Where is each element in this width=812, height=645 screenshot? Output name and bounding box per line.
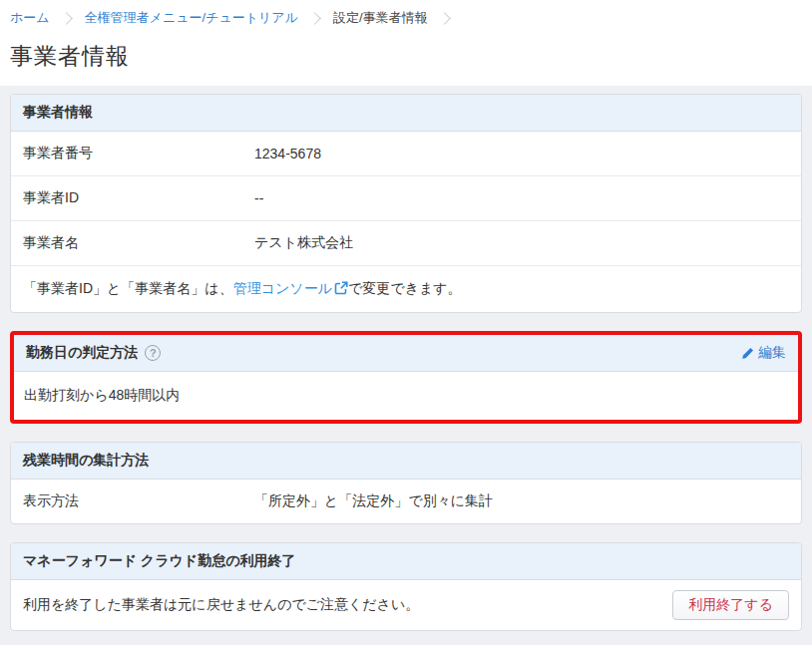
card-header-label: 事業者情報 <box>23 104 93 122</box>
chevron-right-icon <box>60 12 73 25</box>
chevron-right-icon <box>438 12 451 25</box>
workday-rule-card-highlighted: 勤務日の判定方法 ? 編集 出勤打刻から48時間以内 <box>10 331 802 424</box>
breadcrumb-home[interactable]: ホーム <box>10 9 50 27</box>
card-header-label: 勤務日の判定方法 <box>26 344 138 362</box>
display-method-label: 表示方法 <box>23 492 254 510</box>
termination-row: 利用を終了した事業者は元に戻せませんのでご注意ください。 利用終了する <box>11 580 801 630</box>
overtime-card-header: 残業時間の集計方法 <box>11 443 801 480</box>
breadcrumb-current: 設定/事業者情報 <box>333 9 428 27</box>
office-name-value: テスト株式会社 <box>254 234 353 252</box>
card-header-label: マネーフォワード クラウド勤怠の利用終了 <box>23 552 296 570</box>
note-prefix: 「事業者ID」と「事業者名」は、 <box>23 280 233 296</box>
admin-console-link[interactable]: 管理コンソール <box>233 280 332 296</box>
workday-rule-card-header: 勤務日の判定方法 ? 編集 <box>14 335 798 372</box>
overtime-card: 残業時間の集計方法 表示方法 「所定外」と「法定外」で別々に集計 <box>10 442 802 524</box>
termination-card: マネーフォワード クラウド勤怠の利用終了 利用を終了した事業者は元に戻せませんの… <box>10 542 802 631</box>
table-row: 事業者番号 1234-5678 <box>11 132 801 176</box>
termination-note: 利用を終了した事業者は元に戻せませんのでご注意ください。 <box>23 596 419 614</box>
breadcrumb: ホーム 全権管理者メニュー/チュートリアル 設定/事業者情報 <box>0 0 812 31</box>
office-number-label: 事業者番号 <box>23 145 254 162</box>
terminate-usage-button[interactable]: 利用終了する <box>672 590 789 620</box>
office-name-label: 事業者名 <box>23 234 254 252</box>
card-header-label: 残業時間の集計方法 <box>23 452 149 470</box>
office-id-value: -- <box>254 190 263 206</box>
business-info-card: 事業者情報 事業者番号 1234-5678 事業者ID -- 事業者名 テスト株… <box>10 94 802 313</box>
edit-button[interactable]: 編集 <box>741 344 786 362</box>
table-row: 表示方法 「所定外」と「法定外」で別々に集計 <box>11 480 801 523</box>
table-row: 事業者名 テスト株式会社 <box>11 221 801 266</box>
chevron-right-icon <box>308 12 321 25</box>
note-suffix: で変更できます。 <box>348 280 462 296</box>
workday-rule-value: 出勤打刻から48時間以内 <box>14 372 798 420</box>
page-top: ホーム 全権管理者メニュー/チュートリアル 設定/事業者情報 事業者情報 <box>0 0 812 86</box>
display-method-value: 「所定外」と「法定外」で別々に集計 <box>254 492 493 510</box>
office-id-label: 事業者ID <box>23 189 254 207</box>
termination-card-header: マネーフォワード クラウド勤怠の利用終了 <box>11 543 801 580</box>
admin-console-note: 「事業者ID」と「事業者名」は、管理コンソールで変更できます。 <box>11 266 801 312</box>
office-number-value: 1234-5678 <box>254 146 321 161</box>
external-link-icon[interactable] <box>334 281 348 298</box>
pencil-icon <box>741 347 754 360</box>
page-title: 事業者情報 <box>0 31 812 72</box>
business-info-card-header: 事業者情報 <box>11 95 801 132</box>
table-row: 事業者ID -- <box>11 176 801 221</box>
page-content: 事業者情報 事業者番号 1234-5678 事業者ID -- 事業者名 テスト株… <box>0 86 812 631</box>
edit-button-label: 編集 <box>758 344 786 362</box>
breadcrumb-admin-menu[interactable]: 全権管理者メニュー/チュートリアル <box>85 9 298 27</box>
help-icon[interactable]: ? <box>145 345 161 361</box>
